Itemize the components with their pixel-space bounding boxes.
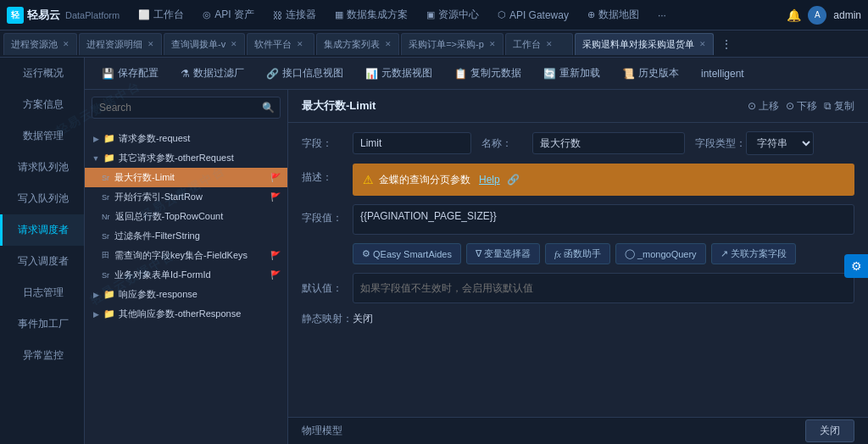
badge-toprowcount: Nr	[102, 213, 110, 221]
move-up-button[interactable]: ⊙ 上移	[748, 99, 779, 114]
tab-1-label: 进程资源明细	[86, 38, 142, 51]
bell-icon[interactable]: 🔔	[787, 8, 801, 22]
intelligent-button[interactable]: intelligent	[693, 64, 753, 83]
save-config-button[interactable]: 💾 保存配置	[93, 63, 167, 84]
logo: 轻 轻易云 DataPlatform	[7, 7, 120, 24]
move-up-label: 上移	[759, 99, 779, 114]
sidebar-log-mgmt-label: 日志管理	[23, 286, 64, 298]
search-input[interactable]	[92, 97, 257, 118]
type-select[interactable]: 字符串 数字 布尔	[746, 131, 814, 155]
data-filter-button[interactable]: ⚗ 数据过滤厂	[172, 63, 253, 84]
tab-6[interactable]: 工作台 ✕	[505, 33, 573, 55]
tree-node-request[interactable]: ▶ 📁 请求参数-request	[85, 129, 287, 148]
sidebar-item-req-dispatcher[interactable]: 请求调度者	[0, 214, 84, 246]
nav-api-asset[interactable]: ◎ API 资产	[194, 4, 263, 25]
sidebar-item-data-mgmt[interactable]: 数据管理	[0, 120, 84, 152]
nav-connector-label: 连接器	[286, 8, 316, 22]
tab-6-close[interactable]: ✕	[546, 40, 553, 48]
settings-fab[interactable]: ⚙	[844, 254, 868, 278]
tree-node-formid[interactable]: Sr 业务对象表单Id-FormId 🚩	[85, 265, 287, 285]
tab-3-close[interactable]: ✕	[297, 40, 303, 48]
meta-view-button[interactable]: 📊 元数据视图	[357, 63, 441, 84]
tree-node-fieldkeys[interactable]: 田 需查询的字段key集合-FieldKeys 🚩	[85, 246, 287, 265]
tab-7-close[interactable]: ✕	[699, 40, 706, 48]
tab-1[interactable]: 进程资源明细 ✕	[79, 33, 162, 55]
nav-data-map[interactable]: ⊕ 数据地图	[579, 4, 648, 25]
logo-icon: 轻	[7, 7, 24, 24]
nav-workbench[interactable]: ⬜ 工作台	[130, 4, 192, 25]
static-value: 关闭	[353, 312, 373, 326]
tab-7[interactable]: 采购退料单对接采购退货单 ✕	[575, 33, 714, 55]
form-section: 字段： 名称： 字段类型： 字符串 数字 布尔	[288, 123, 868, 343]
tab-3[interactable]: 软件平台 ✕	[247, 33, 314, 55]
tree-node-toprowcount[interactable]: Nr 返回总行数-TopRowCount	[85, 207, 287, 226]
badge-formid: Sr	[102, 271, 109, 280]
sidebar-item-overview[interactable]: 运行概况	[0, 58, 84, 89]
field-name-input[interactable]	[353, 132, 471, 154]
flag-startrow: 🚩	[270, 192, 281, 202]
help-link[interactable]: Help	[479, 174, 500, 186]
copy-button[interactable]: ⧉ 复制	[824, 99, 854, 114]
integration-icon: ▦	[335, 9, 343, 20]
tab-5[interactable]: 采购订单=>采购-p ✕	[401, 33, 504, 55]
sidebar-req-queue-label: 请求队列池	[18, 161, 69, 173]
tab-0[interactable]: 进程资源池 ✕	[3, 33, 77, 55]
history-button[interactable]: 📜 历史版本	[614, 63, 687, 84]
tab-4-close[interactable]: ✕	[385, 40, 392, 48]
sidebar-item-log-mgmt[interactable]: 日志管理	[0, 277, 84, 308]
field-val-box[interactable]: {{PAGINATION_PAGE_SIZE}}	[353, 204, 854, 235]
mongo-label: _mongoQuery	[637, 249, 697, 259]
mongo-query-button[interactable]: ◯ _mongoQuery	[615, 243, 706, 264]
search-icon[interactable]: 🔍	[257, 97, 280, 118]
reload-button[interactable]: 🔄 重新加载	[535, 63, 609, 84]
tab-0-close[interactable]: ✕	[63, 40, 70, 48]
sidebar-item-write-dispatcher[interactable]: 写入调度者	[0, 246, 84, 277]
save-config-icon: 💾	[102, 68, 114, 80]
avatar: A	[808, 6, 826, 25]
tree-node-filterstring[interactable]: Sr 过滤条件-FilterString	[85, 226, 287, 246]
sidebar-item-event-factory[interactable]: 事件加工厂	[0, 308, 84, 340]
qeasy-smartaides-button[interactable]: ⚙ QEasy SmartAides	[353, 243, 461, 264]
tab-2[interactable]: 查询调拨单-v ✕	[164, 33, 245, 55]
tree-label-filterstring: 过滤条件-FilterString	[114, 230, 281, 242]
sidebar-event-factory-label: 事件加工厂	[18, 318, 69, 330]
copy-meta-button[interactable]: 📋 复制元数据	[446, 63, 530, 84]
default-input[interactable]	[353, 273, 854, 303]
copy-icon: ⧉	[824, 100, 832, 112]
tree-node-other-response[interactable]: ▶ 📁 其他响应参数-otherResponse	[85, 304, 287, 324]
move-down-button[interactable]: ⊙ 下移	[786, 99, 817, 114]
close-button[interactable]: 关闭	[805, 419, 854, 442]
tab-6-label: 工作台	[513, 38, 541, 51]
tree-node-startrow[interactable]: Sr 开始行索引-StartRow 🚩	[85, 187, 287, 207]
nav-more[interactable]: ···	[649, 4, 675, 25]
flag-limit: 🚩	[270, 173, 281, 182]
copy-meta-label: 复制元数据	[470, 66, 521, 80]
tab-5-close[interactable]: ✕	[489, 40, 496, 48]
nav-resource[interactable]: ▣ 资源中心	[418, 4, 487, 25]
tree-node-response[interactable]: ▶ 📁 响应参数-response	[85, 285, 287, 304]
tree-label-other-response: 其他响应参数-otherResponse	[119, 308, 281, 320]
interface-view-button[interactable]: 🔗 接口信息视图	[258, 63, 352, 84]
tree-node-other-request[interactable]: ▼ 📁 其它请求参数-otherRequest	[85, 148, 287, 168]
function-helper-button[interactable]: fx 函数助手	[545, 243, 610, 264]
tabs-more[interactable]: ⋮	[715, 37, 737, 51]
sidebar-item-write-queue[interactable]: 写入队列池	[0, 183, 84, 214]
nav-connector[interactable]: ⛓ 连接器	[264, 4, 325, 25]
tab-4[interactable]: 集成方案列表 ✕	[316, 33, 399, 55]
sidebar-item-req-queue[interactable]: 请求队列池	[0, 152, 84, 183]
nav-api-gateway[interactable]: ⬡ API Gateway	[489, 4, 577, 25]
meta-view-icon: 📊	[365, 68, 378, 80]
nav-integration[interactable]: ▦ 数据集成方案	[326, 4, 416, 25]
tab-2-close[interactable]: ✕	[231, 40, 237, 48]
name-input[interactable]	[532, 132, 685, 154]
tab-1-close[interactable]: ✕	[147, 40, 154, 48]
sidebar-item-plan-info[interactable]: 方案信息	[0, 89, 84, 120]
username: admin	[833, 9, 861, 21]
tree-node-limit[interactable]: Sr 最大行数-Limit 🚩	[85, 168, 287, 187]
tree-label-formid: 业务对象表单Id-FormId	[114, 269, 265, 281]
var-selector-button[interactable]: ∇ 变量选择器	[466, 243, 540, 264]
desc-row: 描述： ⚠ 金蝶的查询分页参数 Help 🔗	[302, 164, 854, 196]
related-field-button[interactable]: ↗ 关联方案字段	[711, 243, 796, 264]
field-val-row: 字段值： {{PAGINATION_PAGE_SIZE}}	[302, 204, 854, 235]
sidebar-item-anomaly[interactable]: 异常监控	[0, 340, 84, 371]
